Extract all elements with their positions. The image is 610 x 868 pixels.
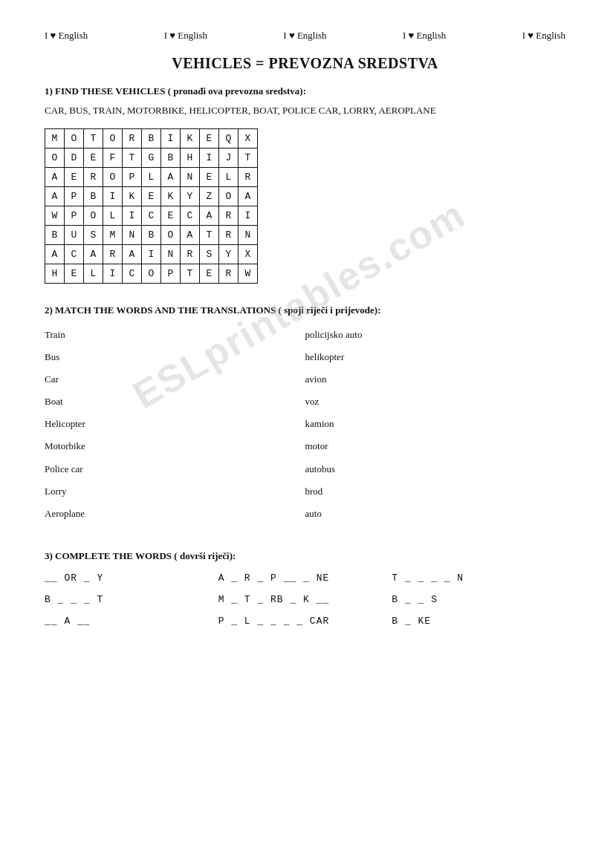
grid-cell: O — [103, 167, 123, 186]
grid-cell: C — [142, 206, 161, 225]
match-right-item: motor — [305, 440, 566, 453]
match-right-item: avion — [305, 373, 566, 386]
grid-cell: S — [200, 244, 219, 264]
grid-cell: O — [45, 148, 65, 167]
grid-cell: M — [45, 128, 65, 148]
match-left-item: Bus — [45, 350, 305, 364]
grid-cell: E — [84, 148, 103, 167]
section2-heading: 2) MATCH THE WORDS AND THE TRANSLATIONS … — [45, 304, 565, 316]
grid-cell: G — [142, 148, 161, 167]
grid-cell: E — [65, 167, 84, 186]
grid-cell: Z — [200, 186, 219, 206]
grid-cell: E — [200, 167, 219, 186]
grid-cell: A — [181, 225, 200, 244]
grid-cell: N — [161, 244, 181, 264]
grid-cell: L — [219, 167, 239, 186]
grid-cell: R — [181, 244, 200, 264]
grid-cell: F — [103, 148, 123, 167]
grid-cell: T — [200, 225, 219, 244]
grid-cell: B — [142, 225, 161, 244]
header-item-2: I ♥ English — [164, 30, 207, 42]
grid-cell: H — [45, 264, 65, 283]
match-right-item: brod — [305, 485, 566, 498]
grid-cell: E — [200, 128, 219, 148]
grid-cell: A — [200, 206, 219, 225]
grid-cell: N — [123, 225, 142, 244]
match-right-item: auto — [305, 507, 566, 521]
complete-word-item: M _ T _ RB _ K __ — [218, 594, 392, 605]
header-item-5: I ♥ English — [522, 30, 565, 42]
grid-cell: D — [65, 148, 84, 167]
grid-cell: O — [161, 225, 181, 244]
grid-cell: E — [65, 264, 84, 283]
grid-cell: L — [142, 167, 161, 186]
grid-cell: A — [161, 167, 181, 186]
complete-word-item: __ OR _ Y — [45, 572, 218, 584]
match-left-item: Train — [45, 328, 305, 342]
match-container: TrainBusCarBoatHelicopterMotorbikePolice… — [45, 328, 565, 530]
grid-cell: O — [103, 128, 123, 148]
grid-cell: O — [219, 186, 239, 206]
header-item-4: I ♥ English — [403, 30, 446, 42]
grid-cell: C — [181, 206, 200, 225]
grid-cell: A — [45, 244, 65, 264]
match-right-item: helikopter — [305, 350, 566, 364]
grid-cell: P — [123, 167, 142, 186]
grid-cell: T — [181, 264, 200, 283]
match-right: policijsko autohelikopteravionvozkamionm… — [305, 328, 566, 530]
grid-cell: A — [239, 186, 258, 206]
grid-cell: A — [45, 167, 65, 186]
grid-cell: E — [200, 264, 219, 283]
grid-cell: K — [181, 128, 200, 148]
section1-heading: 1) FIND THESE VEHICLES ( pronađi ova pre… — [45, 85, 565, 97]
section3-heading: 3) COMPLETE THE WORDS ( dovrši riječi): — [45, 550, 565, 562]
match-left-item: Lorry — [45, 485, 305, 498]
grid-cell: X — [239, 244, 258, 264]
grid-cell: K — [123, 186, 142, 206]
page-title: VEHICLES = PREVOZNA SREDSTVA — [45, 55, 565, 72]
grid-cell: P — [161, 264, 181, 283]
header-item-1: I ♥ English — [45, 30, 88, 42]
grid-cell: A — [84, 244, 103, 264]
grid-cell: B — [142, 128, 161, 148]
grid-cell: I — [123, 206, 142, 225]
complete-word-item: B _ _ S — [392, 594, 565, 605]
match-left-item: Helicopter — [45, 417, 305, 431]
grid-cell: H — [181, 148, 200, 167]
match-left-item: Boat — [45, 395, 305, 408]
grid-cell: R — [219, 206, 239, 225]
match-left-item: Car — [45, 373, 305, 386]
grid-cell: M — [103, 225, 123, 244]
complete-word-item: B _ KE — [392, 616, 565, 627]
grid-cell: O — [142, 264, 161, 283]
grid-cell: O — [84, 206, 103, 225]
header-row: I ♥ English I ♥ English I ♥ English I ♥ … — [45, 30, 565, 42]
grid-cell: T — [84, 128, 103, 148]
grid-cell: J — [219, 148, 239, 167]
grid-cell: C — [65, 244, 84, 264]
grid-cell: R — [219, 264, 239, 283]
grid-cell: I — [142, 244, 161, 264]
word-list: CAR, BUS, TRAIN, MOTORBIKE, HELICOPTER, … — [45, 103, 565, 118]
grid-cell: R — [239, 167, 258, 186]
grid-cell: A — [123, 244, 142, 264]
grid-cell: I — [161, 128, 181, 148]
grid-cell: I — [200, 148, 219, 167]
match-right-item: voz — [305, 395, 566, 408]
match-left: TrainBusCarBoatHelicopterMotorbikePolice… — [45, 328, 305, 530]
grid-cell: K — [161, 186, 181, 206]
grid-cell: L — [84, 264, 103, 283]
complete-word-item: B _ _ _ T — [45, 594, 218, 605]
grid-cell: R — [103, 244, 123, 264]
grid-cell: R — [84, 167, 103, 186]
grid-cell: Y — [219, 244, 239, 264]
grid-cell: B — [45, 225, 65, 244]
grid-cell: O — [65, 128, 84, 148]
wordsearch-grid: MOTORBIKEQXODEFTGBHIJTAEROPLANELRAPBIKEK… — [45, 128, 258, 284]
grid-cell: S — [84, 225, 103, 244]
grid-cell: A — [45, 186, 65, 206]
complete-words-grid: __ OR _ YA _ R _ P __ _ NET _ _ _ _ NB _… — [45, 572, 565, 627]
grid-cell: X — [239, 128, 258, 148]
grid-cell: T — [239, 148, 258, 167]
grid-cell: C — [123, 264, 142, 283]
